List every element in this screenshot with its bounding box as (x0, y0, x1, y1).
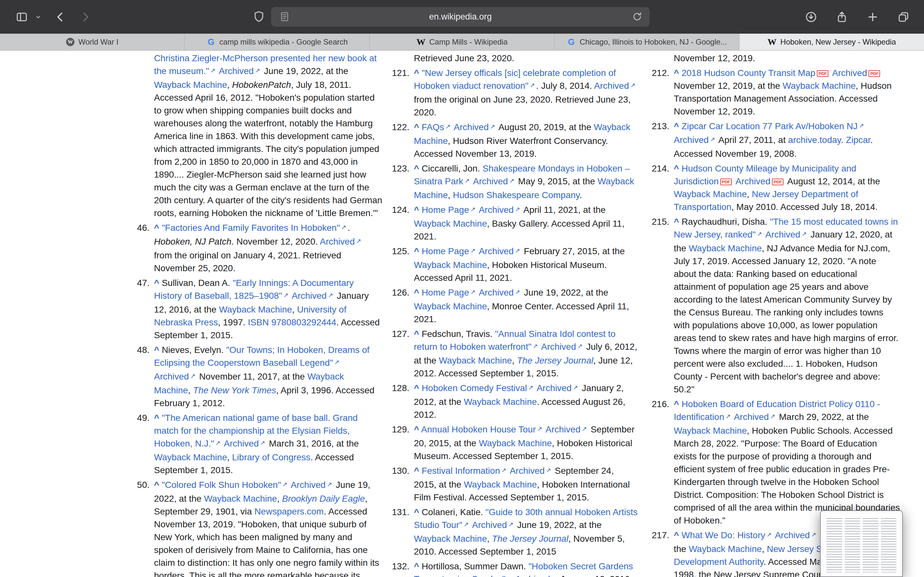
reference-link[interactable]: Home Page (422, 287, 469, 298)
external-link-icon[interactable]: ↗ (469, 206, 477, 213)
reference-link[interactable]: 2018 Hudson County Transit Map (682, 68, 815, 78)
tab-camp-mills-wikipedia[interactable]: W Camp Mills - Wikipedia (370, 34, 554, 50)
external-link-icon[interactable]: ↗ (572, 384, 580, 391)
external-link-icon[interactable]: ↗ (326, 481, 333, 488)
reference-link[interactable]: Archived (472, 520, 507, 530)
reference-link[interactable]: Archived (545, 424, 580, 434)
external-link-icon[interactable]: ↗ (531, 343, 539, 350)
reference-link[interactable]: Library of Congress (232, 452, 310, 462)
reference-link[interactable]: Wayback Machine (464, 397, 537, 407)
reference-link[interactable]: Archived (775, 530, 810, 540)
external-link-icon[interactable]: ↗ (214, 440, 222, 446)
jump-up-link[interactable]: ^ (414, 205, 419, 215)
chevron-down-icon[interactable] (33, 9, 43, 25)
share-button[interactable] (834, 9, 850, 25)
external-link-icon[interactable]: ↗ (507, 521, 515, 528)
reference-link[interactable]: Zipcar Car Location 77 Park Av/Hoboken N… (682, 121, 858, 131)
reference-link[interactable]: Archived (832, 68, 867, 78)
jump-up-link[interactable]: ^ (154, 223, 159, 233)
jump-up-link[interactable]: ^ (674, 399, 679, 409)
external-link-icon[interactable]: ↗ (514, 247, 521, 254)
external-link-icon[interactable]: ↗ (508, 177, 515, 184)
external-link-icon[interactable]: ↗ (463, 177, 471, 184)
external-link-icon[interactable]: ↗ (469, 288, 477, 295)
external-link-icon[interactable]: ↗ (724, 413, 732, 420)
reference-link[interactable]: What We Do: History (682, 530, 765, 540)
reference-link[interactable]: Wayback Machine (414, 534, 487, 544)
reference-link[interactable]: Archived (291, 480, 326, 490)
external-link-icon[interactable]: ↗ (258, 440, 266, 446)
reference-link[interactable]: Archived (515, 574, 550, 577)
reference-link[interactable]: Festival Information (422, 466, 500, 476)
jump-up-link[interactable]: ^ (414, 68, 419, 78)
reference-link[interactable]: Archived (734, 412, 769, 422)
reference-link[interactable]: Wayback Machine (689, 243, 762, 253)
reference-link[interactable]: Hudson Shakespeare Company (453, 190, 580, 200)
reference-link[interactable]: Wayback Machine (154, 80, 227, 90)
jump-up-link[interactable]: ^ (414, 122, 419, 132)
jump-up-link[interactable]: ^ (414, 287, 419, 298)
reference-link[interactable]: Newspapers.com (254, 506, 324, 516)
reference-link[interactable]: Wayback Machine (204, 494, 277, 504)
tab-overview-button[interactable] (896, 9, 911, 25)
external-link-icon[interactable]: ↗ (282, 292, 290, 298)
reference-link[interactable]: Archived (479, 205, 514, 215)
downloads-button[interactable] (803, 9, 819, 25)
pdf-icon[interactable]: PDF (869, 70, 880, 77)
reference-link[interactable]: Archived (320, 237, 355, 247)
external-link-icon[interactable]: ↗ (810, 531, 817, 538)
external-link-icon[interactable]: ↗ (550, 575, 558, 577)
jump-up-link[interactable]: ^ (414, 383, 419, 393)
reference-link[interactable]: Home Page (422, 246, 469, 256)
external-link-icon[interactable]: ↗ (527, 384, 535, 391)
external-link-icon[interactable]: ↗ (800, 230, 808, 237)
reference-link[interactable]: Archived (594, 81, 629, 91)
jump-up-link[interactable]: ^ (674, 121, 679, 131)
external-link-icon[interactable]: ↗ (209, 67, 217, 74)
reference-link[interactable]: Wayback Machine (464, 480, 537, 490)
reader-view-icon[interactable] (279, 11, 290, 25)
reference-link[interactable]: Archived (292, 291, 326, 301)
external-link-icon[interactable]: ↗ (254, 67, 262, 74)
reference-link[interactable]: Wayback Machine (674, 189, 747, 199)
external-link-icon[interactable]: ↗ (514, 206, 521, 213)
external-link-icon[interactable]: ↗ (333, 359, 341, 366)
reference-link[interactable]: Archived (224, 438, 259, 448)
reference-link[interactable]: Archived (541, 342, 576, 351)
external-link-icon[interactable]: ↗ (576, 343, 583, 350)
jump-up-link[interactable]: ^ (414, 466, 419, 476)
external-link-icon[interactable]: ↗ (340, 224, 347, 230)
reference-link[interactable]: Archived (765, 229, 800, 239)
jump-up-link[interactable]: ^ (154, 278, 159, 288)
reference-link[interactable]: The Jersey Journal (492, 534, 568, 544)
external-link-icon[interactable]: ↗ (709, 136, 716, 143)
tab-hoboken-new-jersey-wikipedia[interactable]: W Hoboken, New Jersey - Wikipedia (740, 34, 924, 50)
reference-link[interactable]: Hoboken Comedy Festival (422, 383, 527, 393)
jump-up-link[interactable]: ^ (414, 424, 419, 434)
reference-link[interactable]: Archived (454, 122, 489, 132)
reference-link[interactable]: Archived (674, 135, 709, 145)
reference-link[interactable]: Wayback Machine (782, 81, 856, 91)
reference-link[interactable]: The Jersey Journal (517, 356, 593, 366)
jump-up-link[interactable]: ^ (154, 480, 159, 490)
jump-up-link[interactable]: ^ (674, 217, 679, 227)
reference-link[interactable]: Wayback Machine (219, 305, 292, 314)
external-link-icon[interactable]: ↗ (469, 247, 477, 254)
back-button[interactable] (53, 9, 68, 25)
external-link-icon[interactable]: ↗ (326, 292, 334, 298)
jump-up-link[interactable]: ^ (414, 561, 419, 571)
reference-link[interactable]: Archived (219, 66, 254, 76)
external-link-icon[interactable]: ↗ (580, 425, 588, 432)
reference-link[interactable]: Archived (537, 383, 572, 393)
external-link-icon[interactable]: ↗ (536, 425, 543, 432)
jump-up-link[interactable]: ^ (674, 68, 679, 78)
reference-link[interactable]: Archived (479, 246, 514, 256)
external-link-icon[interactable]: ↗ (514, 288, 521, 295)
external-link-icon[interactable]: ↗ (355, 237, 363, 244)
screenshot-thumbnail[interactable] (820, 510, 903, 577)
reference-link[interactable]: FAQs (422, 122, 444, 132)
reference-link[interactable]: Wayback Machine (414, 260, 487, 270)
reference-link[interactable]: Archived (510, 466, 545, 476)
external-link-icon[interactable]: ↗ (505, 575, 513, 577)
reference-link[interactable]: "Colored Folk Shun Hoboken" (162, 480, 281, 490)
